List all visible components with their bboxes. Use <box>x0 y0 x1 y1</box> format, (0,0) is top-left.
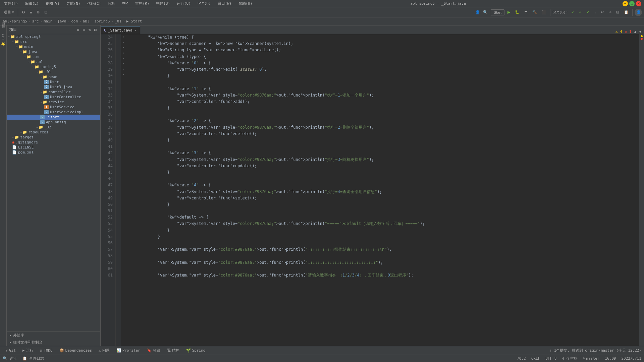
code-line-26[interactable]: "kw">String type = "var">scanner."func">… <box>128 47 637 53</box>
fold-indicator-52[interactable]: ▾ <box>121 72 126 77</box>
code-line-32[interactable]: "kw">case "1" -> { <box>128 86 637 92</box>
fold-indicator-32[interactable]: ▾ <box>121 50 126 56</box>
code-line-40[interactable]: } <box>128 137 637 143</box>
code-line-36[interactable] <box>128 111 637 118</box>
fold-indicator-37[interactable]: ▾ <box>121 56 126 61</box>
code-line-33[interactable]: "var">System."var" style="color:#9876aa;… <box>128 92 637 99</box>
code-line-47[interactable]: "kw">case "4" -> { <box>128 182 637 188</box>
code-line-61[interactable]: "var">System."var" style="color:#9876aa;… <box>128 272 637 279</box>
tree-item-main[interactable]: ▾ 📁main <box>7 44 100 49</box>
tree-item-java[interactable]: ▾ 📁java <box>7 49 100 54</box>
git-checkmark-1[interactable]: ✓ <box>570 9 576 15</box>
project-dropdown[interactable]: 项目 ▾ <box>2 9 16 16</box>
code-line-55[interactable]: } <box>128 234 637 240</box>
sidebar-list-icon[interactable]: ≡ <box>82 27 86 33</box>
build-button[interactable]: 🔨 <box>531 9 539 15</box>
maximize-button[interactable]: □ <box>629 1 635 6</box>
code-line-60[interactable] <box>128 266 637 272</box>
breadcrumb-abl[interactable]: abl <box>83 19 90 23</box>
active-tab[interactable]: C _Start.java ✕ <box>101 26 140 34</box>
menu-file[interactable]: 文件(F) <box>3 0 19 7</box>
menu-git[interactable]: Git(G) <box>196 0 212 7</box>
run-button[interactable]: ▶ <box>506 9 512 15</box>
git-log-icon[interactable]: 📋 <box>622 9 630 15</box>
code-line-43[interactable]: "var">System."var" style="color:#9876aa;… <box>128 157 637 163</box>
problems-tab[interactable]: ⚠ 问题 <box>96 347 112 354</box>
fold-indicator-42[interactable]: ▾ <box>121 61 126 66</box>
tree-item-user3-java[interactable]: CUser3.java <box>7 84 100 89</box>
code-line-39[interactable]: "var">controller."func">delete(); <box>128 131 637 137</box>
bookmarks-tab[interactable]: 🔖 收藏 <box>144 347 163 354</box>
tree-item--01[interactable]: ▾ 📁_01 <box>7 69 100 74</box>
git-tab[interactable]: ⑂ Git <box>3 348 18 353</box>
menu-vue[interactable]: Vue <box>120 0 130 7</box>
tree-item-spring5[interactable]: ▾ 📁spring5 <box>7 64 100 69</box>
code-line-53[interactable]: "var">System."var" style="color:#9876aa;… <box>128 221 637 227</box>
minimize-button[interactable]: − <box>623 1 628 6</box>
code-line-34[interactable]: "var">controller."func">add(); <box>128 99 637 105</box>
code-line-30[interactable]: } <box>128 73 637 79</box>
cursor-position[interactable]: 70:2 <box>517 356 526 361</box>
fold-indicator-27[interactable]: ▾ <box>121 40 126 45</box>
code-line-46[interactable] <box>128 176 637 182</box>
bookmarks-icon[interactable]: 收藏 <box>0 29 6 32</box>
git-up-icon[interactable]: ↑ <box>593 9 598 15</box>
sort-icon[interactable]: ⇅ <box>35 9 41 15</box>
breadcrumb-main[interactable]: main <box>44 19 53 23</box>
code-line-49[interactable]: "var">controller."func">select(); <box>128 195 637 201</box>
tree-item--gitignore[interactable]: ◉.gitignore <box>7 140 100 145</box>
code-line-28[interactable]: "kw">case "0" -> { <box>128 60 637 66</box>
breadcrumb-spring5[interactable]: spring5 <box>94 19 110 23</box>
code-line-45[interactable]: } <box>128 169 637 176</box>
list-icon[interactable]: ≡ <box>28 9 34 15</box>
indent[interactable]: 4 个空格 <box>562 356 577 361</box>
code-line-58[interactable] <box>128 253 637 259</box>
git-checkmark-2[interactable]: ✓ <box>577 9 584 15</box>
breadcrumb-com[interactable]: com <box>71 19 78 23</box>
menu-window[interactable]: 窗口(W) <box>216 0 233 7</box>
code-content[interactable]: "kw">while (true) { "kw">Scanner scanner… <box>126 34 639 346</box>
filter-icon[interactable]: ⊡ <box>43 9 49 15</box>
external-libs-item[interactable]: ▸ 外部库 <box>7 332 100 339</box>
code-line-31[interactable] <box>128 79 637 85</box>
menu-refactor[interactable]: 重构(R) <box>134 0 151 7</box>
git-icon-left[interactable]: Git <box>1 32 6 41</box>
tree-item-bean[interactable]: ▾ 📁bean <box>7 74 100 79</box>
close-button[interactable]: ✕ <box>636 1 641 6</box>
code-line-59[interactable]: "var">System."var" style="color:#9876aa;… <box>128 259 637 266</box>
code-line-44[interactable]: "var">controller."func">update(); <box>128 163 637 169</box>
tree-item-usercontroller[interactable]: CUserController <box>7 95 100 100</box>
tree-item-pom-xml[interactable]: 📄pom.xml <box>7 150 100 155</box>
code-line-37[interactable]: "kw">case "2" -> { <box>128 118 637 124</box>
stop-button[interactable]: ⬛ <box>540 9 548 15</box>
tree-item-target[interactable]: ▾ 📁target <box>7 135 100 140</box>
code-line-27[interactable]: "kw">switch (type) { <box>128 54 637 60</box>
tree-item-resources[interactable]: ▾ 📁resources <box>7 130 100 135</box>
code-line-50[interactable]: } <box>128 201 637 208</box>
fold-indicator-47[interactable]: ▾ <box>121 66 126 72</box>
structure-icon[interactable]: 结构 <box>0 27 6 29</box>
tree-item-controller[interactable]: ▾ 📁controller <box>7 89 100 95</box>
breadcrumb-project[interactable]: abl-spring5 <box>3 19 27 23</box>
breadcrumb-src[interactable]: src <box>32 19 39 23</box>
sidebar-sort-icon[interactable]: ⇅ <box>88 27 92 33</box>
code-line-57[interactable]: "var">System."var" style="color:#9876aa;… <box>128 246 637 253</box>
tree-item-src[interactable]: ▾ 📁src <box>7 39 100 44</box>
code-line-54[interactable]: } <box>128 227 637 234</box>
structure-tab[interactable]: 🏗 结构 <box>164 347 182 354</box>
code-line-25[interactable]: "kw">Scanner scanner = "kw">new "kw">Sca… <box>128 41 637 47</box>
breadcrumb-01[interactable]: _01 <box>115 19 121 23</box>
sidebar-settings-icon[interactable]: ⚙ <box>76 27 80 33</box>
code-line-38[interactable]: "var">System."var" style="color:#9876aa;… <box>128 124 637 131</box>
tree-item-service[interactable]: ▾ 📁service <box>7 100 100 105</box>
spring-tab[interactable]: 🌱 Spring <box>183 348 208 353</box>
profiler-tab[interactable]: 📊 Profiler <box>114 348 143 353</box>
code-line-51[interactable] <box>128 208 637 214</box>
tree-item--02[interactable]: ▸ 📁_02 <box>7 125 100 130</box>
diff-icon[interactable]: ⊟ <box>614 9 621 15</box>
fold-indicator-28[interactable]: ▾ <box>121 45 126 50</box>
menu-build[interactable]: 构建(B) <box>155 0 171 7</box>
code-line-42[interactable]: "kw">case "3" -> { <box>128 150 637 156</box>
tree-item-abl[interactable]: ▾ 📁abl <box>7 59 100 64</box>
menu-view[interactable]: 视图(V) <box>44 0 61 7</box>
